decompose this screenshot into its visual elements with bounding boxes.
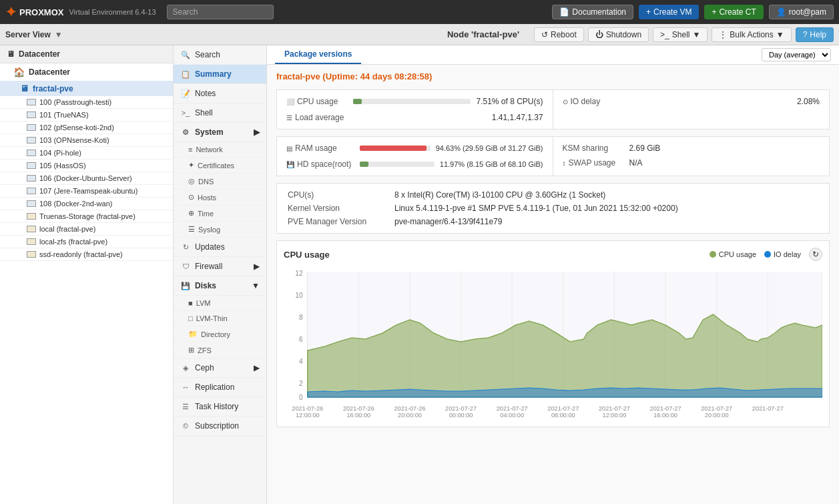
nav-system-label: System [195,128,224,137]
vm-label-101: 101 (TrueNAS) [39,111,89,119]
subscription-nav-icon: © [180,422,191,430]
ram-value: 94.63% (29.59 GiB of 31.27 GiB) [436,144,543,152]
sidebar-header-icon: 🖥 [7,49,15,59]
vm-icon-104 [27,150,36,156]
help-icon: ? [803,30,808,39]
help-button[interactable]: ? Help [796,27,834,42]
vm-label-107: 107 (Jere-Teamspeak-ubuntu) [39,187,137,195]
sidebar-item-vm-106[interactable]: 106 (Docker-Ubuntu-Server) [0,172,173,185]
bulk-actions-dropdown-icon: ▼ [776,30,784,39]
nav-task-history-label: Task History [195,402,238,411]
nav-lvm-thin[interactable]: □ LVM-Thin [174,311,266,326]
svg-text:12: 12 [295,270,303,277]
sidebar-item-datacenter[interactable]: 🏠 Datacenter [0,63,173,81]
cpu-chart-section: CPU usage CPU usage IO delay ↻ [276,240,830,427]
io-stats-section: ⊙ IO delay 2.08% [553,90,830,129]
content-tabs: Package versions Day (average) [267,45,839,65]
ceph-expand-icon: ▶ [254,363,260,372]
svg-text:2021-07-27: 2021-07-27 [547,405,579,412]
sidebar-item-vm-101[interactable]: 101 (TrueNAS) [0,109,173,121]
nav-task-history[interactable]: ☰ Task History [174,397,266,417]
sidebar-item-vm-107[interactable]: 107 (Jere-Teamspeak-ubuntu) [0,185,173,198]
topbar-search-input[interactable] [167,5,274,19]
user-button[interactable]: 👤 root@pam [769,5,834,19]
nav-search[interactable]: 🔍 Search [174,45,266,65]
swap-label: SWAP usage [569,158,616,168]
ram-usage-row: ▤ RAM usage 94.63% (29.59 GiB of 31.27 G… [286,144,543,153]
sidebar-item-vm-108[interactable]: 108 (Docker-2nd-wan) [0,198,173,210]
proxmox-logo-icon: ✦ [5,4,17,20]
chart-refresh-button[interactable]: ↻ [809,248,822,261]
sidebar-item-storage-ssd[interactable]: ssd-readonly (fractal-pve) [0,248,173,261]
create-ct-icon: + [712,7,716,17]
vm-icon-101 [27,111,36,118]
io-delay-row: ⊙ IO delay 2.08% [563,97,820,106]
cpu-legend-dot [710,251,716,258]
ksm-value: 2.69 GiB [629,144,661,153]
nav-system[interactable]: ⚙ System ▶ [174,123,266,142]
hd-value: 11.97% (8.15 GiB of 68.10 GiB) [440,160,543,168]
load-avg-icon: ☰ [286,114,292,121]
shell-button[interactable]: >_ Shell ▼ [653,27,708,42]
sidebar-item-storage-local[interactable]: local (fractal-pve) [0,223,173,236]
nav-summary[interactable]: 📋 Summary [174,65,266,84]
svg-text:04:00:00: 04:00:00 [500,412,524,419]
nav-network-label: Network [196,146,222,154]
sidebar-item-vm-100[interactable]: 100 (Passtrough-testi) [0,96,173,109]
create-vm-button[interactable]: + Create VM [639,5,699,19]
hd-label: HD space(root) [297,160,351,169]
summary-nav-icon: 📋 [180,70,191,79]
create-ct-button[interactable]: + Create CT [704,5,763,19]
nav-directory[interactable]: 📁 Directory [174,326,266,342]
nav-certificates[interactable]: ✦ Certificates [174,158,266,174]
tab-package-versions[interactable]: Package versions [275,45,361,64]
kernel-value: Linux 5.4.119-1-pve #1 SMP PVE 5.4.119-1… [394,204,678,213]
sidebar-item-vm-104[interactable]: 104 (Pi-hole) [0,147,173,160]
nav-hosts[interactable]: ⊙ Hosts [174,190,266,206]
nav-disks[interactable]: 💾 Disks ▼ [174,276,266,296]
nav-network[interactable]: ≡ Network [174,142,266,158]
nav-syslog[interactable]: ☰ Syslog [174,222,266,238]
svg-text:16:00:00: 16:00:00 [347,412,371,419]
updates-nav-icon: ↻ [180,243,191,252]
nav-firewall[interactable]: 🛡 Firewall ▶ [174,257,266,276]
nav-notes[interactable]: 📝 Notes [174,84,266,103]
dns-nav-icon: ◎ [188,177,195,186]
nav-zfs[interactable]: ⊞ ZFS [174,342,266,358]
sidebar-item-node[interactable]: 🖥 fractal-pve [0,81,173,96]
sidebar-item-vm-105[interactable]: 105 (HassOS) [0,160,173,172]
nav-time[interactable]: ⊕ Time [174,206,266,222]
shutdown-button[interactable]: ⏻ Shutdown [588,27,649,42]
nav-subscription[interactable]: © Subscription [174,417,266,436]
bulk-actions-button[interactable]: ⋮ Bulk Actions ▼ [712,27,791,42]
sidebar-item-vm-103[interactable]: 103 (OPNsense-Koti) [0,134,173,147]
sidebar-item-storage-local-zfs[interactable]: local-zfs (fractal-pve) [0,236,173,248]
svg-text:2021-07-27: 2021-07-27 [599,405,630,412]
reboot-button[interactable]: ↺ Reboot [534,27,584,42]
chart-container: 12 10 8 6 4 2 0 [284,266,822,420]
vm-label-106: 106 (Docker-Ubuntu-Server) [39,174,132,182]
day-select[interactable]: Day (average) [762,48,831,61]
sidebar-item-vm-102[interactable]: 102 (pfSense-koti-2nd) [0,121,173,134]
documentation-button[interactable]: 📄 Documentation [552,5,633,19]
svg-text:16:00:00: 16:00:00 [653,412,677,419]
shell-icon: >_ [660,30,669,39]
ram-icon: ▤ [286,145,292,152]
nav-dns[interactable]: ◎ DNS [174,174,266,190]
sidebar-item-storage-truenas[interactable]: Truenas-Storage (fractal-pve) [0,210,173,223]
main-layout: 🖥 Datacenter 🏠 Datacenter 🖥 fractal-pve … [0,45,839,504]
nav-shell[interactable]: >_ Shell [174,103,266,123]
nav-zfs-label: ZFS [198,346,212,354]
content-header-controls: Day (average) [762,48,831,61]
nav-ceph-label: Ceph [195,363,214,372]
ram-label: RAM usage [295,144,337,153]
nav-lvm[interactable]: ■ LVM [174,296,266,311]
nav-updates[interactable]: ↻ Updates [174,238,266,257]
nav-ceph[interactable]: ◈ Ceph ▶ [174,358,266,378]
ksm-label: KSM sharing [563,144,629,153]
kernel-row: Kernel Version Linux 5.4.119-1-pve #1 SM… [288,204,818,213]
nav-replication[interactable]: ↔ Replication [174,378,266,397]
node-uptime: fractal-pve (Uptime: 44 days 08:28:58) [276,71,830,81]
cpu-usage-icon: ⬜ [286,98,294,105]
nav-hosts-label: Hosts [198,194,216,202]
